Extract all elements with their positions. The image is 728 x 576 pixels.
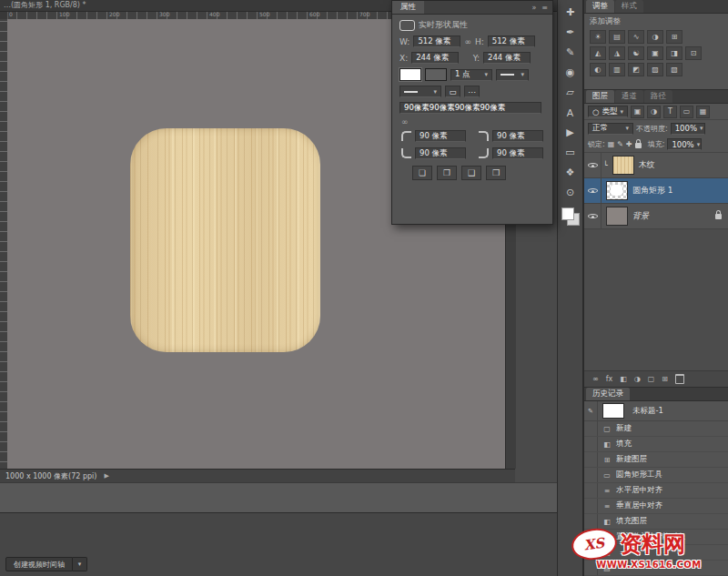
eye-icon[interactable]: [588, 161, 598, 169]
stroke-corner-button[interactable]: ⋯: [464, 86, 480, 97]
new-group-icon[interactable]: ▢: [648, 375, 655, 383]
layer-name[interactable]: 木纹: [639, 159, 655, 171]
pathfinder-intersect-button[interactable]: ❑: [461, 166, 481, 180]
radius-top-right-field[interactable]: 90 像素: [492, 130, 543, 142]
adjustment-icon[interactable]: ▣: [647, 46, 663, 60]
pen-tool[interactable]: ✒: [561, 25, 580, 40]
tab-properties[interactable]: 属性: [392, 1, 424, 14]
history-brush-well[interactable]: [584, 514, 598, 529]
pixel-filter-icon[interactable]: ▣: [631, 106, 644, 118]
radius-bottom-left-field[interactable]: 90 像素: [415, 147, 466, 159]
layer-row-rounded-rectangle[interactable]: 圆角矩形 1: [584, 178, 728, 204]
history-brush-well[interactable]: [584, 483, 598, 498]
adjustment-icon[interactable]: ▥: [609, 63, 625, 76]
path-select-tool[interactable]: ▶: [561, 125, 580, 140]
move-tool[interactable]: ✚: [561, 5, 580, 20]
adjustment-icon[interactable]: ∿: [628, 30, 644, 44]
stroke-cap-button[interactable]: ▭: [445, 86, 460, 97]
layer-visibility-cell[interactable]: [584, 153, 602, 177]
stroke-style-select[interactable]: ▾: [496, 69, 529, 81]
snapshot-name[interactable]: 未标题-1: [632, 406, 663, 417]
layer-row-wood[interactable]: └ 木纹: [584, 153, 728, 178]
pathfinder-exclude-button[interactable]: ❒: [486, 166, 506, 180]
link-layers-icon[interactable]: ∞: [592, 375, 599, 383]
layer-name[interactable]: 圆角矩形 1: [632, 185, 673, 197]
tab-layers[interactable]: 图层: [586, 90, 614, 103]
pathfinder-subtract-button[interactable]: ❐: [437, 166, 457, 180]
delete-layer-icon[interactable]: [675, 374, 684, 384]
adjustment-icon[interactable]: ⊡: [685, 46, 702, 60]
radius-top-left-field[interactable]: 90 像素: [415, 130, 466, 142]
adjustment-icon[interactable]: ▧: [666, 63, 682, 76]
history-brush-well[interactable]: [584, 468, 598, 482]
history-brush-well[interactable]: [584, 421, 598, 436]
type-filter-icon[interactable]: T: [663, 106, 677, 118]
timeline-dropdown-button[interactable]: ▾: [73, 557, 87, 571]
fill-field[interactable]: 100% ▾: [667, 138, 702, 150]
adjustment-icon[interactable]: ☯: [628, 46, 644, 60]
radius-summary-field[interactable]: 90像素90像素90像素90像素: [399, 102, 541, 114]
new-layer-icon[interactable]: ⊞: [662, 375, 668, 383]
status-arrow-icon[interactable]: ▶: [104, 472, 108, 480]
width-field[interactable]: 512 像素: [413, 35, 460, 47]
history-step[interactable]: ≡ 水平居中对齐: [584, 483, 728, 499]
history-step[interactable]: ▢ 新建: [584, 421, 728, 437]
tab-adjustments[interactable]: 调整: [586, 0, 614, 13]
text-tool[interactable]: A: [561, 105, 580, 120]
layer-visibility-cell[interactable]: [584, 204, 602, 228]
color-swatches[interactable]: [561, 207, 580, 226]
layer-name[interactable]: 背景: [632, 210, 649, 222]
foreground-color-swatch[interactable]: [561, 207, 574, 220]
document-tab[interactable]: …(圆角矩形 1, RGB/8) *: [0, 0, 86, 11]
shape-filter-icon[interactable]: ▭: [680, 106, 693, 118]
radius-bottom-right-field[interactable]: 90 像素: [492, 147, 543, 159]
panel-menu-icon[interactable]: ≡: [541, 4, 548, 12]
adjustment-icon[interactable]: ▨: [647, 63, 663, 76]
stroke-width-select[interactable]: 1 点 ▾: [450, 69, 492, 81]
history-step[interactable]: ◧ 填充: [584, 437, 728, 452]
tab-styles[interactable]: 样式: [615, 0, 643, 13]
history-brush-well[interactable]: [584, 437, 598, 451]
hand-tool[interactable]: ❖: [561, 165, 580, 180]
height-field[interactable]: 512 像素: [488, 35, 535, 47]
layer-thumbnail[interactable]: [612, 156, 634, 175]
adjustment-icon[interactable]: ◩: [628, 63, 644, 76]
link-radii-icon[interactable]: ∞: [401, 117, 409, 126]
history-brush-well[interactable]: [584, 452, 598, 467]
fill-color-swatch[interactable]: [399, 68, 421, 81]
adjustment-icon[interactable]: ◭: [590, 46, 606, 60]
layer-style-icon[interactable]: fx: [606, 375, 613, 383]
zoom-tool[interactable]: ⊙: [561, 185, 580, 200]
lock-position-icon[interactable]: ✚: [626, 140, 632, 148]
lock-all-icon[interactable]: [635, 143, 642, 148]
add-adjustment-layer-icon[interactable]: ◑: [634, 375, 641, 383]
adjustment-icon[interactable]: ⊞: [666, 30, 682, 44]
layer-visibility-cell[interactable]: [584, 178, 602, 203]
history-step[interactable]: ≡ 垂直居中对齐: [584, 499, 728, 514]
history-step[interactable]: ◧ 填充图层: [584, 514, 728, 530]
stroke-color-swatch[interactable]: [425, 68, 447, 81]
brush-tool[interactable]: ✎: [561, 45, 580, 60]
layer-thumbnail[interactable]: [606, 181, 628, 200]
stroke-align-select[interactable]: ▾: [399, 86, 441, 97]
adjustment-icon[interactable]: ☀: [590, 30, 606, 44]
clone-stamp-tool[interactable]: ◉: [561, 65, 580, 80]
collapse-panel-icon[interactable]: »: [531, 4, 536, 12]
adjustment-filter-icon[interactable]: ◑: [647, 106, 661, 118]
blend-mode-select[interactable]: 正常 ▾: [588, 123, 633, 135]
tab-history[interactable]: 历史记录: [586, 388, 630, 400]
layer-thumbnail[interactable]: [606, 207, 628, 226]
history-snapshot-row[interactable]: ✎ 未标题-1: [584, 401, 728, 421]
link-dimensions-icon[interactable]: ∞: [464, 37, 471, 46]
history-step[interactable]: ⊞ 新建图层: [584, 452, 728, 468]
eye-icon[interactable]: [588, 187, 598, 195]
eye-icon[interactable]: [588, 212, 598, 220]
eraser-tool[interactable]: ▱: [561, 85, 580, 100]
history-brush-well[interactable]: [584, 499, 598, 513]
add-mask-icon[interactable]: ◧: [620, 375, 627, 383]
opacity-field[interactable]: 100% ▾: [671, 123, 705, 135]
adjustment-icon[interactable]: ◮: [609, 46, 625, 60]
create-video-timeline-button[interactable]: 创建视频时间轴: [5, 557, 73, 571]
history-brush-source-well[interactable]: ✎: [584, 401, 598, 420]
layer-row-background[interactable]: 背景: [584, 204, 728, 229]
